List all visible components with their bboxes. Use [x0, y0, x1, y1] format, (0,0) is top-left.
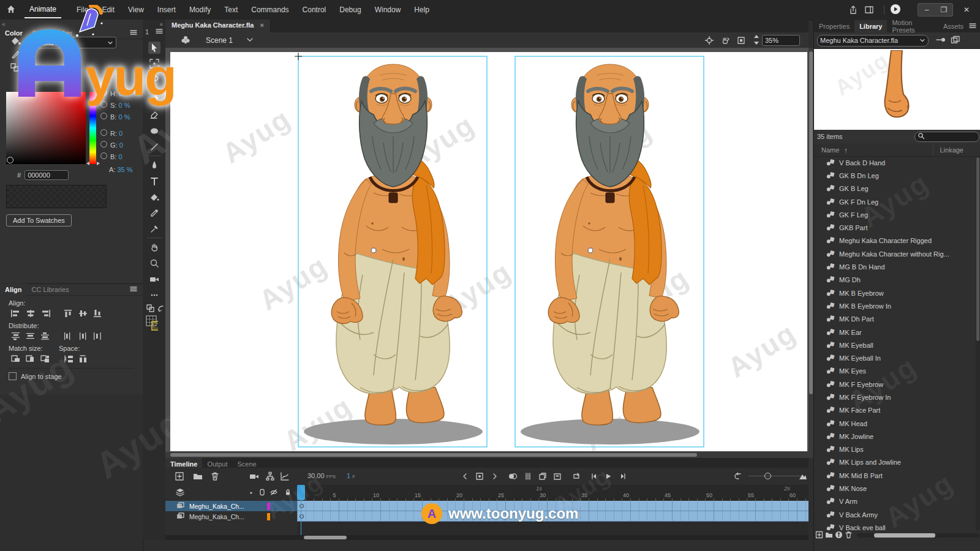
library-item-row[interactable]: GKB Part [814, 221, 980, 234]
library-item-row[interactable]: MK F Eyebrow In [814, 391, 980, 403]
clip-content-icon[interactable] [735, 34, 747, 47]
library-item-row[interactable]: MK Lips and Jowline [814, 456, 980, 469]
library-item-row[interactable]: MG Dh [814, 274, 980, 287]
library-hscrollbar[interactable] [857, 533, 979, 538]
library-item-row[interactable]: MK Dh Part [814, 313, 980, 326]
add-to-swatches-button[interactable]: Add To Swatches [6, 214, 72, 227]
library-item-row[interactable]: MK Nose [814, 482, 980, 495]
text-tool[interactable] [148, 175, 160, 187]
library-item-row[interactable]: Meghu Kaka Character Rigged [814, 234, 980, 247]
character-artwork[interactable] [170, 52, 807, 451]
align-middle-v-button[interactable] [78, 309, 89, 319]
snapping-grid-icon[interactable] [146, 317, 158, 329]
item-properties-button[interactable] [835, 531, 843, 540]
timeline-zoom-knob[interactable] [764, 473, 771, 479]
line-tool[interactable] [148, 141, 160, 153]
tab-library[interactable]: Library [854, 20, 887, 32]
library-item-row[interactable]: MG B Dn Hand [814, 260, 980, 273]
zoom-stepper[interactable] [753, 34, 760, 47]
restore-button[interactable]: ❐ [935, 6, 952, 14]
alpha-row[interactable]: A: 35 % [100, 164, 133, 176]
prev-keyframe-button[interactable] [459, 471, 470, 482]
edit-multiple-frames-button[interactable] [537, 471, 548, 482]
distribute-middle-button[interactable] [25, 332, 36, 342]
document-tab[interactable]: Meghu Kaka Character.fla × [165, 20, 271, 32]
distribute-left-button[interactable] [63, 332, 74, 342]
library-document-select[interactable]: Meghu Kaka Character.fla [817, 35, 929, 47]
scene-chevron-icon[interactable] [246, 37, 254, 44]
library-vscrollbar[interactable] [976, 156, 980, 530]
eraser-tool[interactable] [148, 109, 160, 121]
menu-item[interactable]: Modify [183, 6, 217, 14]
menu-item[interactable]: Debug [333, 6, 368, 14]
library-item-row[interactable]: GK B Leg [814, 182, 980, 195]
menu-item[interactable]: Commands [244, 6, 295, 14]
tab-assets[interactable]: Assets [938, 20, 968, 32]
add-camera-button[interactable] [249, 471, 260, 482]
camera-tool[interactable] [148, 273, 160, 285]
minimize-button[interactable]: – [918, 6, 935, 14]
fps-value[interactable]: 30.00 FPS [307, 472, 336, 479]
library-item-row[interactable]: MK Eyes [814, 365, 980, 378]
new-folder-button[interactable] [192, 471, 203, 482]
center-stage-icon[interactable] [703, 34, 715, 47]
eyedropper-tool[interactable] [148, 207, 160, 219]
library-item-row[interactable]: MK Jowline [814, 430, 980, 443]
resize-view-icon[interactable] [797, 471, 809, 482]
lock-column-icon[interactable] [284, 489, 292, 497]
library-item-row[interactable]: MK B Eyebrow [814, 287, 980, 299]
step-back-button[interactable] [588, 471, 599, 482]
close-button[interactable]: ✕ [958, 6, 975, 14]
library-item-row[interactable]: MK B Eyebrow In [814, 299, 980, 312]
rgb-g-row[interactable]: G: 0 [100, 140, 133, 151]
hand-tool[interactable] [148, 241, 160, 253]
library-item-row[interactable]: GK B Dn Leg [814, 169, 980, 182]
align-center-h-button[interactable] [25, 309, 36, 319]
library-item-row[interactable]: MK Head [814, 417, 980, 430]
pin-library-icon[interactable] [936, 37, 946, 44]
layer-name[interactable]: Meghu_Kaka_Ch... [189, 513, 244, 520]
library-item-row[interactable]: MK Face Part [814, 404, 980, 417]
match-both-button[interactable] [40, 354, 51, 364]
rgb-b-row[interactable]: B: 0 [100, 151, 133, 163]
onion-skin-button[interactable] [507, 471, 518, 482]
playhead[interactable] [297, 485, 305, 500]
sort-ascending-icon[interactable]: ↑ [844, 146, 848, 154]
library-item-row[interactable]: GK F Leg [814, 208, 980, 221]
align-bottom-button[interactable] [92, 309, 104, 319]
stage-vscrollbar[interactable] [809, 48, 813, 458]
rotation-tool-icon[interactable] [719, 34, 731, 47]
tab-properties[interactable]: Properties [814, 20, 854, 32]
loop-button[interactable] [571, 471, 582, 482]
step-forward-button[interactable] [618, 471, 629, 482]
tab-motion-presets[interactable]: Motion Presets [887, 17, 938, 36]
library-item-row[interactable]: GK F Dn Leg [814, 195, 980, 208]
scene-name[interactable]: Scene 1 [206, 36, 233, 45]
tab-scene[interactable]: Scene [232, 458, 261, 468]
menu-item[interactable]: Text [217, 6, 244, 14]
timeline-layer-row-2[interactable]: Meghu_Kaka_Ch... [165, 511, 297, 522]
menu-item[interactable]: Insert [151, 6, 183, 14]
library-item-row[interactable]: MK Eyeball [814, 339, 980, 351]
new-library-panel-icon[interactable] [951, 36, 960, 45]
workspace-icon[interactable] [863, 4, 875, 16]
layer-parenting-button[interactable] [265, 471, 276, 482]
color-gradient-picker[interactable] [6, 92, 86, 164]
library-item-row[interactable]: MK Ear [814, 326, 980, 339]
match-width-button[interactable] [10, 354, 21, 364]
edit-scene-icon[interactable] [180, 35, 191, 46]
library-item-row[interactable]: MK F Eyebrow [814, 378, 980, 391]
zoom-level-input[interactable] [762, 35, 800, 46]
highlight-column-icon[interactable] [249, 489, 254, 497]
library-item-row[interactable]: Meghu Kaka Character without Rig... [814, 247, 980, 260]
library-item-row[interactable]: V Back Army [814, 508, 980, 521]
pen-tool[interactable] [148, 159, 160, 171]
more-tools-button[interactable] [148, 289, 160, 301]
library-item-row[interactable]: V Back eye ball [814, 521, 980, 530]
reset-timeline-zoom-button[interactable] [733, 471, 744, 482]
new-folder-button[interactable] [825, 531, 833, 540]
new-symbol-button[interactable] [815, 531, 823, 540]
new-layer-button[interactable] [174, 471, 185, 482]
rgb-r-row[interactable]: R: 0 [100, 128, 133, 140]
library-item-row[interactable]: V Back D Hand [814, 156, 980, 169]
